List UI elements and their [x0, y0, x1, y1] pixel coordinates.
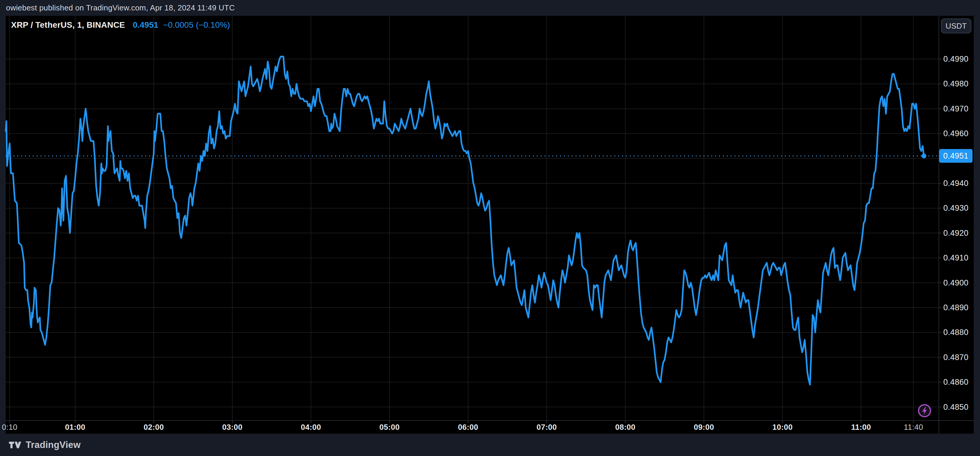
time-tick-label: 11:00 — [851, 422, 871, 432]
price-tick-label: 0.4930 — [943, 203, 968, 213]
price-tick-label: 0.4900 — [943, 278, 968, 287]
time-tick-label: 10:00 — [772, 422, 793, 432]
time-tick-label: 09:00 — [694, 422, 714, 432]
price-tick-label: 0.4990 — [943, 54, 968, 64]
time-tick-label: 02:00 — [144, 422, 164, 432]
price-tick-label: 0.4970 — [943, 104, 968, 113]
price-tick-label: 0.4980 — [943, 79, 968, 89]
tradingview-published-chart: owiebest published on TradingView.com, A… — [0, 0, 980, 456]
lightning-button[interactable] — [917, 404, 932, 418]
price-tick-label: 0.4920 — [943, 228, 968, 238]
plot-background — [6, 16, 974, 434]
time-tick-label: 0:10 — [2, 422, 17, 432]
time-tick-label: 04:00 — [301, 422, 321, 432]
symbol-title: XRP / TetherUS, 1, BINANCE — [11, 20, 125, 30]
price-axis[interactable]: 0.49900.49800.49700.49600.49400.49300.49… — [939, 16, 974, 420]
last-price-badge: 0.4951 — [939, 149, 972, 163]
time-tick-label: 01:00 — [65, 422, 85, 432]
time-tick-label: 05:00 — [379, 422, 399, 432]
price-tick-label: 0.4890 — [943, 303, 968, 312]
last-price-dot — [921, 154, 926, 158]
time-tick-label: 03:00 — [222, 422, 242, 432]
price-tick-label: 0.4910 — [943, 253, 968, 262]
lightning-icon — [917, 404, 932, 418]
price-tick-label: 0.4880 — [943, 328, 968, 337]
time-tick-label: 07:00 — [536, 422, 557, 432]
time-tick-label: 08:00 — [615, 422, 636, 432]
price-tick-label: 0.4960 — [943, 129, 968, 138]
footer-bar: TradingView — [0, 434, 980, 456]
chart-legend: XRP / TetherUS, 1, BINANCE 0.4951 −0.000… — [11, 20, 230, 30]
time-tick-label: 11:40 — [904, 422, 923, 432]
last-price-value: 0.4951 — [133, 20, 158, 30]
price-change-value: −0.0005 (−0.10%) — [163, 20, 230, 30]
price-tick-label: 0.4850 — [943, 402, 968, 412]
price-tick-label: 0.4940 — [943, 179, 968, 188]
price-tick-label: 0.4870 — [943, 353, 968, 362]
tradingview-logo-text: TradingView — [25, 440, 81, 450]
tradingview-logo[interactable]: TradingView — [9, 440, 81, 450]
price-chart-canvas[interactable] — [0, 0, 980, 456]
price-tick-label: 0.4860 — [943, 378, 968, 387]
tradingview-logo-icon — [9, 441, 21, 449]
time-axis[interactable]: 0:1001:0002:0003:0004:0005:0006:0007:000… — [6, 420, 974, 434]
time-tick-label: 06:00 — [458, 422, 478, 432]
